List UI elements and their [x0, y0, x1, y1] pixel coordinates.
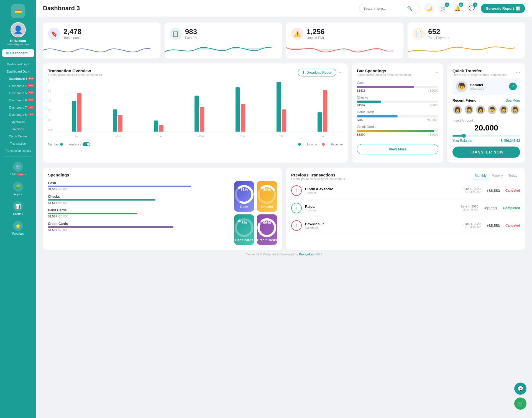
tab-monthly[interactable]: Monthly [472, 173, 489, 179]
sidebar-item-transaction-details[interactable]: Transaction Details [0, 147, 36, 154]
sidebar-logo[interactable]: 💳 [11, 4, 25, 18]
sidebar-item-favorites[interactable]: ⭐ Favorites [0, 218, 36, 238]
friend-2[interactable]: 👩 [464, 105, 474, 115]
total-payment-icon: 📄 [413, 28, 425, 40]
quick-transfer-more-btn[interactable]: ··· [516, 70, 520, 75]
sidebar-item-cms[interactable]: ⚙️ CMS New › [0, 159, 36, 179]
unpaid-emi-value: 1,256 [307, 27, 325, 36]
transfer-user-avatar: 👦 [456, 81, 467, 92]
trans-amount-cindy: +$5,553 [487, 189, 500, 193]
trans-name-paipal: Paipal [305, 204, 316, 209]
donut-cash: 71% Cash [234, 181, 254, 212]
friend-6[interactable]: 👩 [510, 105, 520, 115]
friend-3[interactable]: 👩 [475, 105, 485, 115]
donut-credit-chart [257, 217, 277, 239]
amount-slider[interactable] [452, 135, 520, 137]
trans-icon-paipal: ↓ [291, 203, 302, 213]
sidebar-item-cards-center[interactable]: Cards Center [0, 133, 36, 140]
trans-icon-cindy: ↑ [291, 185, 302, 196]
transfer-user-handle: @sam224 [470, 87, 484, 90]
topbar: Dashboard 3 🔍 🌙 🛒2 🔔12 💬5 Generate Repor… [36, 0, 532, 17]
transaction-tabs: Monthly Weekly Today [472, 173, 520, 179]
bell-badge: 12 [459, 2, 463, 7]
prev-trans-title: Previous Transactions [291, 173, 346, 177]
donut-grid: 71% Cash 30% Checks [234, 181, 277, 245]
tab-today[interactable]: Today [506, 173, 520, 179]
friend-4[interactable]: 👦 [487, 105, 497, 115]
msg-icon-btn[interactable]: 💬5 [467, 3, 477, 13]
generate-report-btn[interactable]: Generate Report 📊 [481, 4, 525, 13]
sidebar: 💳 👤 Hi,William william@gmail.com ⊞Dashbo… [0, 0, 36, 418]
sidebar-item-dashboard-7[interactable]: Dashboard 7 New [0, 104, 36, 111]
trans-name-cindy: Cindy Alexandro [305, 187, 334, 191]
bar-spendings-subtitle: Lorem ipsum dolor sit amet, consectetur [357, 73, 411, 76]
trans-status-cindy: Canceled [505, 189, 520, 193]
gear-icon: ⚙️ [13, 162, 23, 172]
sidebar-item-dashboard-8[interactable]: Dashboard 8 New [0, 111, 36, 118]
total-payment-label: Total Payment [428, 36, 449, 40]
divider-1 [4, 157, 32, 157]
see-more-link[interactable]: See More [506, 99, 520, 102]
unpaid-emi-label: Unpaid EMI [307, 36, 325, 40]
spending-checks: Checks $1567/ $5000 [357, 96, 438, 107]
transfer-amount: 20.000 [452, 124, 520, 132]
total-payment-wave [408, 42, 515, 57]
paid-emi-value: 983 [185, 27, 199, 36]
sidebar-item-my-wallet[interactable]: My Wallet [0, 118, 36, 125]
trans-date-cindy: June 5, 202005:34:45 AM [463, 187, 481, 194]
sidebar-item-dashboard-6[interactable]: Dashboard 6 New [0, 97, 36, 104]
transactions-list: ↑ Cindy Alexandro Transfer June 5, 20200… [291, 182, 520, 234]
tab-weekly[interactable]: Weekly [489, 173, 506, 179]
trans-amount-hawkins: +$5,553 [487, 224, 500, 228]
sidebar-item-dashboard-light[interactable]: Dashboard Light [0, 61, 36, 68]
spend-credit: Credit Cards $1,567 /$5,000 [48, 222, 227, 232]
dashboard-dropdown-btn[interactable]: ⊞Dashboard ˅ [2, 49, 34, 57]
user-check-icon: ✓ [509, 83, 517, 90]
bar-spendings-more-btn[interactable]: ··· [434, 70, 438, 75]
bell-icon-btn[interactable]: 🔔12 [452, 3, 462, 13]
recent-friend-label: Recent Friend [452, 98, 477, 102]
sidebar-item-charts[interactable]: 📊 Charts › [0, 199, 36, 218]
spendings-list: Cash $1,567 /$5,000 Checks $1,567 /$5,00… [48, 181, 227, 245]
transfer-now-btn[interactable]: TRANSFER NOW [452, 147, 520, 158]
mid-section: Transaction Overview Lorem ipsum dolor s… [43, 63, 525, 163]
total-loan-label: Total Loan [63, 36, 81, 40]
donut-debit: 5% Debit cards [234, 214, 254, 245]
sidebar-item-transaction[interactable]: Transaction [0, 140, 36, 147]
transaction-overview-card: Transaction Overview Lorem ipsum dolor s… [43, 63, 348, 163]
trans-icon-hawkins: ↑ [291, 220, 302, 231]
download-icon: ⬇ [302, 71, 305, 75]
sidebar-username: Hi,William [10, 39, 26, 43]
bar-spendings-title: Bar Spendings [357, 68, 411, 73]
sidebar-item-dashboard-4[interactable]: Dashboard 4 New [0, 82, 36, 89]
transfer-user-card: 👦 Samuel @sam224 ✓ [452, 78, 520, 95]
fab-cart[interactable]: 🛒 [514, 398, 526, 410]
analytics-legend-label: Analytics [69, 143, 81, 146]
sidebar-item-dashboard-dark[interactable]: Dashboard Dark [0, 68, 36, 75]
sidebar-item-dashboard-3[interactable]: Dashboard 3 New [0, 75, 36, 82]
analytics-toggle[interactable] [83, 142, 90, 146]
star-icon: ⭐ [13, 221, 23, 231]
cart-icon-btn[interactable]: 🛒2 [438, 3, 448, 13]
sidebar-item-apps[interactable]: 🧩 Apps › [0, 179, 36, 199]
moon-icon-btn[interactable]: 🌙 [424, 3, 434, 13]
donut-checks-chart [257, 183, 277, 206]
transaction-more-btn[interactable]: ··· [339, 70, 343, 75]
chart-bars [56, 79, 343, 132]
spendings-content: Cash $1,567 /$5,000 Checks $1,567 /$5,00… [48, 181, 277, 245]
total-payment-value: 652 [428, 27, 449, 36]
sidebar-item-dashboard-5[interactable]: Dashboard 5 New [0, 89, 36, 97]
spending-credit: Credit Cards $3890/ $4000 [357, 125, 438, 136]
view-more-btn[interactable]: View More [357, 144, 438, 154]
friend-5[interactable]: 👩 [499, 105, 509, 115]
fab-support[interactable]: 💬 [514, 383, 526, 395]
friend-1[interactable]: 👩 [452, 105, 462, 115]
spend-checks: Checks $1,567 /$5,000 [48, 195, 227, 204]
sidebar-item-invoices[interactable]: Invoices [0, 125, 36, 133]
avatar: 👤 [11, 22, 26, 37]
search-box[interactable]: 🔍 [359, 4, 420, 13]
search-input[interactable] [363, 6, 405, 11]
download-report-btn[interactable]: ⬇ Download Report [298, 69, 336, 76]
previous-transactions-card: Previous Transactions Lorem ipsum dolor … [286, 168, 525, 250]
expense-legend-label: Expense [331, 143, 343, 146]
